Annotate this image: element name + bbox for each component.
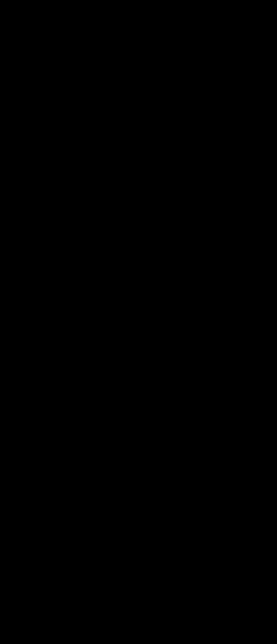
media-video-line	[0, 3, 277, 4]
